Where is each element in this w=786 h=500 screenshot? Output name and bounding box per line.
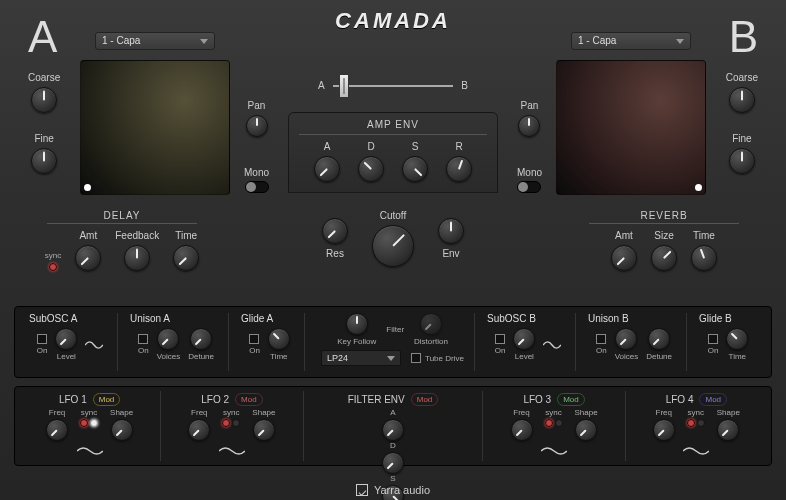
osc-b-position-dot[interactable] xyxy=(695,184,702,191)
coarse-b-knob[interactable] xyxy=(729,87,755,113)
fenv-s-label: S xyxy=(390,474,395,483)
amp-s-label: S xyxy=(412,141,419,152)
lfo3-freq-knob[interactable] xyxy=(511,419,533,441)
subosc-a-on-label: On xyxy=(37,346,48,355)
glide-a-time-knob[interactable] xyxy=(268,328,290,350)
lfo3-sync-label: sync xyxy=(545,408,561,417)
unison-a-on[interactable] xyxy=(138,334,148,344)
unison-b-on[interactable] xyxy=(596,334,606,344)
keyfollow-label: Key Follow xyxy=(337,337,376,346)
glide-a-on[interactable] xyxy=(249,334,259,344)
keyfollow-knob[interactable] xyxy=(346,313,368,335)
osc-b-letter: B xyxy=(729,12,758,62)
delay-sync-led[interactable] xyxy=(49,263,57,271)
glide-b-time-knob[interactable] xyxy=(726,328,748,350)
filter-label: Filter xyxy=(386,325,404,334)
delay-time-knob[interactable] xyxy=(173,245,199,271)
delay-time-label: Time xyxy=(175,230,197,241)
lfo4-shape-knob[interactable] xyxy=(717,419,739,441)
fenv-a-knob[interactable] xyxy=(382,419,404,441)
filter-type-select[interactable]: LP24 xyxy=(321,350,401,366)
lfo1-sync-label: sync xyxy=(81,408,97,417)
fine-b-label: Fine xyxy=(732,133,751,144)
amp-s-knob[interactable] xyxy=(402,156,428,182)
amp-a-knob[interactable] xyxy=(314,156,340,182)
lfo1-sync-led2[interactable] xyxy=(90,419,98,427)
lfo3-mod-badge[interactable]: Mod xyxy=(557,393,585,406)
unison-a-voices-knob[interactable] xyxy=(157,328,179,350)
subosc-b-on-label: On xyxy=(495,346,506,355)
lfo2-shape-knob[interactable] xyxy=(253,419,275,441)
sine-wave-icon[interactable] xyxy=(85,338,103,352)
pan-b-knob[interactable] xyxy=(518,115,540,137)
cutoff-knob[interactable] xyxy=(372,225,414,267)
reverb-amt-knob[interactable] xyxy=(611,245,637,271)
env-amt-knob[interactable] xyxy=(438,218,464,244)
mono-b-toggle[interactable] xyxy=(517,181,541,193)
fenv-d-knob[interactable] xyxy=(382,452,404,474)
lfo4-mod-badge[interactable]: Mod xyxy=(699,393,727,406)
xfade-slider[interactable] xyxy=(333,85,454,87)
reverb-size-knob[interactable] xyxy=(651,245,677,271)
amp-d-knob[interactable] xyxy=(358,156,384,182)
lfo2-shape-label: Shape xyxy=(252,408,275,417)
fine-b-knob[interactable] xyxy=(729,148,755,174)
delay-fb-knob[interactable] xyxy=(124,245,150,271)
distortion-knob[interactable] xyxy=(420,313,442,335)
lfo2-sync-led[interactable] xyxy=(222,419,230,427)
lfo2-title: LFO 2 xyxy=(201,394,229,405)
osc-a-preset-select[interactable]: 1 - Capa xyxy=(95,32,215,50)
subosc-a-on[interactable] xyxy=(37,334,47,344)
subosc-b-level-knob[interactable] xyxy=(513,328,535,350)
osc-extra-panel: SubOSC A On Level Unison A On Voices Det… xyxy=(14,306,772,378)
unison-a-detune-knob[interactable] xyxy=(190,328,212,350)
lfo2-sync-led2[interactable] xyxy=(232,419,240,427)
lfo3-shape-knob[interactable] xyxy=(575,419,597,441)
subosc-b-level-label: Level xyxy=(515,352,534,361)
lfo3-sync-led2[interactable] xyxy=(555,419,563,427)
amp-r-knob[interactable] xyxy=(446,156,472,182)
unison-b-on-label: On xyxy=(596,346,607,355)
mono-b-label: Mono xyxy=(517,167,542,178)
osc-b-preset-select[interactable]: 1 - Capa xyxy=(571,32,691,50)
lfo4-freq-knob[interactable] xyxy=(653,419,675,441)
osc-a-position-dot[interactable] xyxy=(84,184,91,191)
lfo2-mod-badge[interactable]: Mod xyxy=(235,393,263,406)
glide-a-on-label: On xyxy=(249,346,260,355)
glide-b-on-label: On xyxy=(708,346,719,355)
pan-b-label: Pan xyxy=(521,100,539,111)
xfade-handle[interactable] xyxy=(339,74,349,98)
unison-b-voices-knob[interactable] xyxy=(615,328,637,350)
filter-env-mod-badge[interactable]: Mod xyxy=(411,393,439,406)
unison-b-detune-label: Detune xyxy=(646,352,672,361)
lfo1-mod-badge[interactable]: Mod xyxy=(93,393,121,406)
lfo-panel: LFO 1Mod Freq sync Shape LFO 2Mod Freq s… xyxy=(14,386,772,466)
mono-a-toggle[interactable] xyxy=(245,181,269,193)
fine-a-knob[interactable] xyxy=(31,148,57,174)
osc-a-wave-display[interactable] xyxy=(80,60,230,195)
subosc-a-level-knob[interactable] xyxy=(55,328,77,350)
unison-b-detune-knob[interactable] xyxy=(648,328,670,350)
subosc-b-on[interactable] xyxy=(495,334,505,344)
lfo3-sync-led[interactable] xyxy=(545,419,553,427)
glide-b-on[interactable] xyxy=(708,334,718,344)
xfade-b-label: B xyxy=(461,80,468,91)
lfo4-sync-led[interactable] xyxy=(687,419,695,427)
pan-a-knob[interactable] xyxy=(246,115,268,137)
delay-amt-knob[interactable] xyxy=(75,245,101,271)
lfo1-shape-knob[interactable] xyxy=(111,419,133,441)
res-knob[interactable] xyxy=(322,218,348,244)
lfo2-freq-knob[interactable] xyxy=(188,419,210,441)
lfo1-sync-led[interactable] xyxy=(80,419,88,427)
unison-a-title: Unison A xyxy=(130,313,170,324)
lfo4-sync-led2[interactable] xyxy=(697,419,705,427)
tube-drive-check[interactable] xyxy=(411,353,421,363)
coarse-a-knob[interactable] xyxy=(31,87,57,113)
sine-wave-icon[interactable] xyxy=(543,338,561,352)
amp-env-title: AMP ENV xyxy=(367,119,419,130)
lfo4-sync-label: sync xyxy=(688,408,704,417)
lfo2-sync-label: sync xyxy=(223,408,239,417)
reverb-time-knob[interactable] xyxy=(691,245,717,271)
lfo1-freq-knob[interactable] xyxy=(46,419,68,441)
osc-b-wave-display[interactable] xyxy=(556,60,706,195)
